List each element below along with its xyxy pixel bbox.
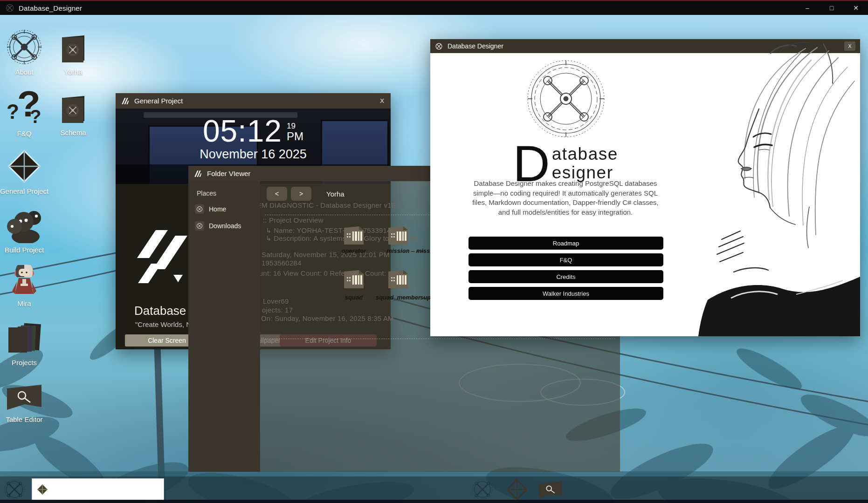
slash-logo-icon xyxy=(120,96,130,106)
wordmark: D atabase esigner xyxy=(430,143,701,184)
desktop-icon-label: Table Editor xyxy=(0,415,52,423)
file-icon[interactable] xyxy=(387,270,409,289)
window-title: Folder VIewer xyxy=(207,170,250,177)
file-icon[interactable] xyxy=(343,226,365,245)
yorha-emblem-icon xyxy=(195,204,204,214)
desktop-icon-label: Build Project xyxy=(0,246,52,254)
wordmark-initial: D xyxy=(513,143,551,184)
desktop-icon-table-editor[interactable]: Table Editor xyxy=(0,383,52,423)
desktop-icon-build-project[interactable]: Build Project xyxy=(0,206,52,254)
close-icon[interactable]: X xyxy=(380,97,384,104)
sketch-artwork xyxy=(689,39,860,336)
clock-time: 05:12 xyxy=(203,116,282,146)
desktop-icon-label: Mira xyxy=(0,299,52,307)
roadmap-button[interactable]: Roadmap xyxy=(468,237,663,250)
flag-search-icon xyxy=(6,384,42,412)
place-downloads[interactable]: Downloads xyxy=(195,221,260,231)
slash-logo-icon xyxy=(193,169,202,178)
clock-meridiem: PM xyxy=(287,130,303,142)
yorha-emblem-icon xyxy=(6,29,42,65)
desktop-icon-label: General Project xyxy=(0,187,52,195)
back-button[interactable]: < xyxy=(267,187,287,201)
places-label: Places xyxy=(197,190,260,197)
maximize-button[interactable]: □ xyxy=(820,1,844,15)
walker-industries-button[interactable]: Walker Industries xyxy=(468,287,663,300)
window-title: General Project xyxy=(134,97,183,105)
wordmark-line1: atabase xyxy=(552,145,618,163)
yorha-emblem-icon[interactable] xyxy=(4,479,25,500)
desktop-icon-about[interactable]: About xyxy=(0,29,52,76)
place-label: Home xyxy=(209,205,226,213)
yorha-emblem-icon[interactable] xyxy=(472,479,493,500)
taskbar xyxy=(0,476,868,503)
open-window-task-button[interactable] xyxy=(32,478,164,500)
system-titlebar: Database_Designer – □ ✕ xyxy=(0,1,868,15)
desktop-icon-yorha[interactable]: Yorha xyxy=(45,34,101,76)
flag-search-icon[interactable] xyxy=(538,480,563,500)
desktop-icon-schema[interactable]: Schema xyxy=(45,94,101,136)
about-description: Database Designer makes creating Postgre… xyxy=(468,179,663,218)
desktop-icon-general-project[interactable]: General Project xyxy=(0,148,52,195)
clock-date: November 16 2025 xyxy=(116,147,391,162)
fq-button[interactable]: F&Q xyxy=(468,253,663,266)
diamond-icon[interactable] xyxy=(506,479,528,500)
desktop-icon-label: Projects xyxy=(0,359,52,367)
diamond-icon xyxy=(37,484,48,495)
general-project-titlebar[interactable]: General Project X xyxy=(116,93,391,109)
character-sprite-icon xyxy=(11,263,37,297)
clock-seconds: 19 xyxy=(287,122,303,130)
machine-lifeform-icon xyxy=(5,206,43,243)
folder-emblem-icon xyxy=(59,95,87,125)
current-path: Yorha xyxy=(326,190,344,198)
window-title: Database Designer xyxy=(448,42,503,50)
stacked-folders-icon xyxy=(7,323,42,355)
folder-emblem-icon xyxy=(59,34,87,64)
diamond-icon xyxy=(6,148,42,184)
minimize-button[interactable]: – xyxy=(795,1,820,15)
desktop-icon-mira[interactable]: Mira xyxy=(0,263,52,307)
clock-widget: 05:12 19 PM November 16 2025 xyxy=(116,116,391,162)
yorha-emblem-icon xyxy=(435,42,443,50)
yorha-emblem-icon xyxy=(195,221,204,231)
desktop-icon-fq[interactable]: ? ? ? F&Q xyxy=(0,88,52,137)
question-marks-icon: ? ? ? xyxy=(0,88,52,127)
desktop-icon-projects[interactable]: Projects xyxy=(0,322,52,367)
desktop-icon-label: F&Q xyxy=(0,129,52,137)
place-home[interactable]: Home xyxy=(195,204,260,214)
app-emblem-icon xyxy=(6,4,14,12)
credits-button[interactable]: Credits xyxy=(468,270,663,283)
yorha-emblem-large xyxy=(526,59,606,139)
desktop-icon-label: Yorha xyxy=(45,68,101,76)
desktop-icon-label: Schema xyxy=(45,129,101,136)
forward-button[interactable]: > xyxy=(291,187,311,201)
file-icon[interactable] xyxy=(343,270,365,289)
close-button[interactable]: ✕ xyxy=(844,1,868,15)
app-title: Database_Designer xyxy=(19,4,82,12)
places-sidebar: Places Home Downloads xyxy=(188,181,260,472)
place-label: Downloads xyxy=(209,222,241,230)
database-designer-window: Database Designer X D atabase esigner Da… xyxy=(430,39,860,336)
desktop-icon-label: About xyxy=(0,68,52,76)
file-icon[interactable] xyxy=(387,226,409,245)
